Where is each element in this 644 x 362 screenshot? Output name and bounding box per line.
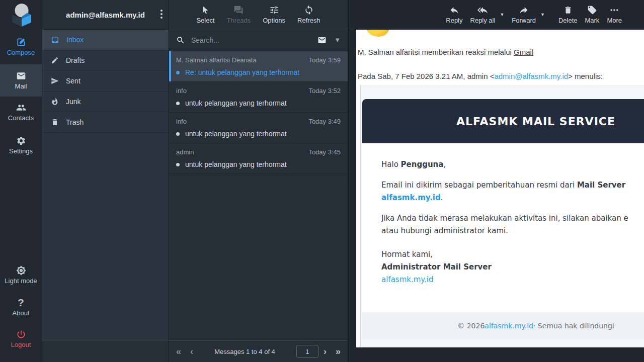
threads-label: Threads	[227, 17, 251, 24]
delete-label: Delete	[558, 17, 578, 24]
taskbar-item-settings[interactable]: Settings	[0, 136, 42, 155]
gear-icon	[16, 136, 26, 146]
threads-button[interactable]: Threads	[227, 5, 251, 24]
unread-dot	[176, 71, 180, 74]
message-sender: M. Salman alfaritsi Deanata	[176, 56, 257, 64]
next-page-button[interactable]: ›	[324, 347, 327, 356]
compose-button[interactable]: Compose	[0, 37, 42, 56]
domain-link[interactable]: alfasmk.my.id	[381, 193, 441, 202]
list-toolbar: Select Threads Options Refresh	[169, 0, 348, 29]
contacts-label: Contacts	[8, 115, 34, 122]
delete-icon	[564, 5, 573, 15]
settings-label: Settings	[9, 148, 33, 155]
more-button[interactable]: More	[607, 5, 622, 24]
light-mode-toggle[interactable]: Light mode	[0, 265, 42, 285]
account-header: admin@alfasmk.my.id	[42, 0, 169, 30]
message-row[interactable]: adminToday 3:45 untuk pelanggan yang ter…	[169, 143, 348, 174]
signature-block: Hormat kami, Administrator Mail Server a…	[381, 248, 644, 286]
message-sender: info	[176, 87, 187, 95]
signature-domain-link[interactable]: alfasmk.my.id	[381, 275, 434, 284]
email-card-header: ALFASMK MAIL SERVICE	[362, 99, 644, 143]
forward-dropdown-icon[interactable]: ▼	[540, 12, 545, 17]
reply-all-button[interactable]: Reply all	[470, 5, 496, 24]
search-bar: ▼	[169, 29, 348, 51]
folder-item-inbox[interactable]: Inbox	[42, 30, 169, 50]
mark-button[interactable]: Mark	[585, 5, 599, 24]
options-label: Options	[263, 17, 285, 24]
contacts-icon	[16, 103, 27, 113]
inbox-icon	[51, 36, 59, 44]
message-date: Today 3:52	[308, 87, 341, 95]
refresh-button[interactable]: Refresh	[297, 5, 320, 24]
taskbar-item-contacts[interactable]: Contacts	[0, 103, 42, 122]
reply-button[interactable]: Reply	[446, 5, 462, 24]
more-label: More	[607, 17, 622, 24]
last-page-button[interactable]: »	[336, 347, 341, 356]
mail-view-panel: Reply Reply all ▼ Forward ▼ Delete	[348, 0, 644, 362]
sun-icon	[16, 265, 26, 276]
message-sender: admin	[176, 148, 194, 156]
sliders-icon	[269, 5, 279, 15]
pencil-icon	[51, 56, 59, 64]
tag-icon	[587, 5, 597, 15]
sender-email-link[interactable]: admin@alfasmk.my.id	[494, 72, 568, 80]
question-mark-icon: ?	[18, 298, 24, 308]
email-card-footer: © 2026 alfasmk.my.id · Semua hak dilindu…	[362, 312, 644, 339]
reply-all-label: Reply all	[470, 17, 496, 24]
message-subject: untuk pelanggan yang terhormat	[185, 130, 287, 138]
email-card-body: Halo Pengguna, Email ini dikirim sebagai…	[362, 143, 644, 312]
page-number-input[interactable]: 1	[296, 345, 318, 358]
reply-all-dropdown-icon[interactable]: ▼	[500, 12, 504, 17]
unread-dot	[176, 102, 180, 105]
unread-dot	[176, 132, 180, 136]
message-date: Today 3:59	[308, 56, 341, 64]
message-row[interactable]: infoToday 3:52 untuk pelanggan yang terh…	[169, 82, 348, 113]
compose-label: Compose	[7, 49, 35, 56]
chevron-down-icon[interactable]: ▼	[334, 36, 341, 44]
search-scope-mail-icon[interactable]	[317, 36, 327, 45]
folder-item-drafts[interactable]: Drafts	[42, 50, 169, 71]
email-card-title: ALFASMK MAIL SERVICE	[456, 115, 615, 128]
taskbar: Compose Mail Contacts Settings Light mod	[0, 0, 42, 362]
notice-paragraph: Email ini dikirim sebagai pemberitahuan …	[381, 179, 644, 204]
folder-options-kebab-icon[interactable]	[160, 10, 163, 19]
logout-button[interactable]: Logout	[0, 329, 42, 348]
search-input[interactable]	[190, 36, 312, 45]
reaction-emoji	[366, 30, 389, 37]
first-page-button[interactable]: «	[176, 347, 181, 356]
folder-label: Inbox	[66, 36, 84, 44]
gmail-link[interactable]: Gmail	[514, 48, 533, 56]
folder-item-sent[interactable]: Sent	[42, 71, 169, 92]
quoted-message: ALFASMK MAIL SERVICE Halo Pengguna, Emai…	[360, 85, 644, 347]
about-button[interactable]: ? About	[0, 298, 42, 317]
options-button[interactable]: Options	[263, 5, 285, 24]
logout-label: Logout	[11, 341, 31, 348]
delete-button[interactable]: Delete	[558, 5, 578, 24]
message-date: Today 3:45	[308, 148, 341, 156]
message-row[interactable]: M. Salman alfaritsi DeanataToday 3:59 Re…	[169, 51, 348, 82]
select-button[interactable]: Select	[196, 5, 214, 24]
folder-item-junk[interactable]: Junk	[42, 92, 169, 112]
reply-all-icon	[476, 5, 489, 15]
folder-label: Sent	[66, 77, 80, 85]
email-card: ALFASMK MAIL SERVICE Halo Pengguna, Emai…	[362, 99, 644, 339]
folder-item-trash[interactable]: Trash	[42, 112, 169, 133]
footer-domain-link[interactable]: alfasmk.my.id	[485, 322, 533, 330]
message-row[interactable]: infoToday 3:49 untuk pelanggan yang terh…	[169, 113, 348, 143]
account-email: admin@alfasmk.my.id	[66, 11, 145, 19]
pagination-bar: « ‹ Messages 1 to 4 of 4 1 › »	[169, 340, 348, 362]
mail-icon	[16, 71, 26, 81]
flame-icon	[51, 98, 59, 106]
message-subject: untuk pelanggan yang terhormat	[185, 99, 287, 107]
forward-button[interactable]: Forward	[512, 5, 536, 24]
select-label: Select	[196, 17, 214, 24]
message-list-panel: Select Threads Options Refresh	[169, 0, 348, 362]
roundcube-logo[interactable]	[0, 2, 42, 27]
forward-icon	[518, 5, 529, 15]
about-label: About	[13, 310, 30, 317]
folder-panel-footer	[42, 340, 169, 362]
threads-icon	[233, 5, 244, 15]
greeting-line: Halo Pengguna,	[381, 158, 644, 171]
more-icon	[609, 5, 619, 15]
taskbar-item-mail[interactable]: Mail	[0, 64, 42, 97]
